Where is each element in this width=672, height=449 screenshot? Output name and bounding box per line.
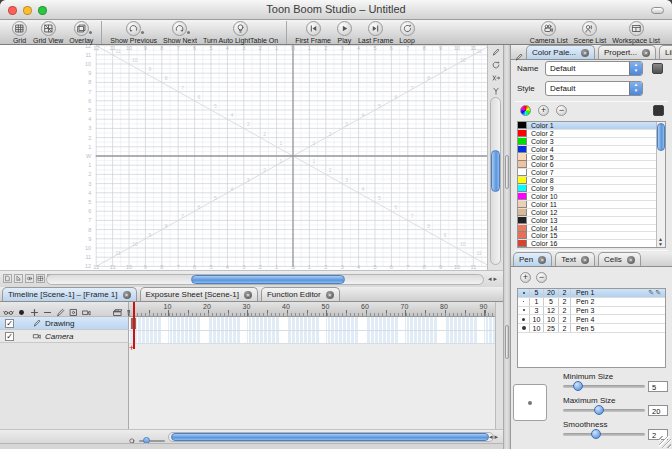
onion-icon[interactable] — [25, 274, 34, 283]
close-tab-icon[interactable]: × — [627, 256, 635, 264]
add-color-button[interactable]: + — [538, 105, 549, 116]
pen-edit-icons[interactable]: ✎✎ — [648, 289, 662, 297]
glasses-icon[interactable] — [3, 304, 14, 315]
color-row-color-9[interactable]: Color 9 — [518, 185, 665, 193]
palette-style-dropdown[interactable]: Default ▲▼ — [545, 81, 643, 96]
current-color-swatch[interactable] — [653, 105, 664, 116]
color-row-color-11[interactable]: Color 11 — [518, 201, 665, 209]
color-row-color-13[interactable]: Color 13 — [518, 217, 665, 225]
rotate-icon[interactable] — [489, 59, 503, 71]
remove-pen-button[interactable]: − — [536, 272, 547, 283]
close-tab-icon[interactable]: × — [123, 291, 131, 299]
close-tab-icon[interactable]: × — [326, 291, 334, 299]
color-row-color-4[interactable]: Color 4 — [518, 146, 665, 154]
pen-panel-tab-pen[interactable]: Pen× — [513, 252, 552, 266]
grid-mini-icon[interactable] — [36, 274, 45, 283]
toolbar-button-grid[interactable]: Grid — [12, 21, 27, 44]
toolbar-button-camera-list[interactable]: Camera List — [530, 21, 568, 44]
add-drawing-icon[interactable] — [55, 304, 66, 315]
timeline-ruler[interactable]: 102030405060708090 — [129, 302, 495, 317]
toolbar-button-overlay[interactable]: Overlay — [69, 21, 93, 44]
color-row-color-8[interactable]: Color 8 — [518, 177, 665, 185]
slider-thumb[interactable] — [594, 405, 604, 415]
dropdown-stepper-icon[interactable]: ▲▼ — [629, 62, 642, 75]
layer-checkbox[interactable]: ✓ — [5, 332, 14, 341]
color-list-scrollbar[interactable]: ▲▼ — [656, 122, 665, 247]
layer-checkbox[interactable]: ✓ — [5, 319, 14, 328]
toolbar-button-show-previous[interactable]: Show Previous — [110, 21, 157, 44]
dropdown-stepper-icon[interactable]: ▲▼ — [629, 82, 642, 95]
color-row-color-7[interactable]: Color 7 — [518, 169, 665, 177]
remove-color-button[interactable]: − — [556, 105, 567, 116]
slider-thumb[interactable] — [591, 429, 601, 439]
toolbar-button-play[interactable]: Play — [337, 21, 352, 44]
close-tab-icon[interactable]: × — [642, 49, 650, 57]
pen-row-pen-1[interactable]: 5202Pen 1✎✎ — [518, 289, 665, 298]
close-tab-icon[interactable]: × — [581, 256, 589, 264]
close-tab-icon[interactable]: × — [538, 256, 546, 264]
plus-icon[interactable] — [29, 304, 40, 315]
timeline-tab-function-editor[interactable]: Function Editor× — [261, 287, 340, 301]
color-row-color-10[interactable]: Color 10 — [518, 193, 665, 201]
color-panel-tab-color-pale[interactable]: Color Pale...× — [526, 45, 595, 59]
pen-row-pen-3[interactable]: 3122Pen 3 — [518, 307, 665, 316]
layer-row-drawing[interactable]: ✓Drawing — [0, 317, 129, 330]
add-pen-button[interactable]: + — [520, 272, 531, 283]
palette-menu-button[interactable] — [652, 63, 663, 74]
close-tab-icon[interactable]: × — [581, 49, 589, 57]
toolbar-button-last-frame[interactable]: Last Frame — [358, 21, 393, 44]
timeline-tab-exposure-sheet-scene-1[interactable]: Exposure Sheet [Scene-1]× — [140, 287, 258, 301]
toolbar-button-scene-list[interactable]: Scene List — [574, 21, 607, 44]
record-icon[interactable] — [16, 304, 27, 315]
color-row-color-1[interactable]: Color 1 — [518, 122, 665, 130]
toolbar-button-show-next[interactable]: Show Next — [163, 21, 197, 44]
pen-panel-tab-cells[interactable]: Cells× — [598, 252, 641, 266]
pen-row-pen-4[interactable]: 10102Pen 4 — [518, 315, 665, 324]
color-row-color-2[interactable]: Color 2 — [518, 130, 665, 138]
drawing-canvas[interactable]: NSW1111111111222222222233333333334444444… — [0, 45, 487, 270]
resize-grip[interactable] — [659, 436, 671, 448]
toolbar-button-loop[interactable]: Loop — [399, 21, 415, 44]
timeline-scroll-arrows[interactable]: ◂▸ — [489, 433, 500, 441]
color-list-scroll-arrows[interactable]: ▲▼ — [656, 237, 665, 247]
pen-row-pen-5[interactable]: 10252Pen 5 — [518, 324, 665, 333]
close-tab-icon[interactable]: × — [244, 291, 252, 299]
toolbar-toggle-button[interactable] — [651, 7, 664, 14]
color-row-color-14[interactable]: Color 14 — [518, 225, 665, 233]
doc-icon[interactable] — [3, 274, 12, 283]
color-row-color-12[interactable]: Color 12 — [518, 209, 665, 217]
toolbar-button-workspace-list[interactable]: Workspace List — [612, 21, 660, 44]
x-axis-icon[interactable] — [489, 72, 503, 84]
splitter-handle[interactable] — [505, 155, 509, 189]
title-bar[interactable]: Toon Boom Studio – Untitled — [0, 0, 672, 20]
maximum-size-value[interactable]: 20 — [648, 405, 668, 416]
cursor-icon[interactable] — [14, 274, 23, 283]
add-camera-icon[interactable] — [81, 304, 92, 315]
pen-panel-tab-text[interactable]: Text× — [555, 252, 595, 266]
timeline-tab-timeline-scene-1-frame-1[interactable]: Timeline [Scene-1] – [Frame 1]× — [2, 287, 137, 301]
color-list-scrollbar-thumb[interactable] — [657, 123, 665, 151]
canvas-horizontal-scrollbar-thumb[interactable] — [191, 275, 345, 284]
pencil-icon[interactable] — [489, 46, 503, 58]
canvas-horizontal-scrollbar[interactable] — [46, 274, 484, 285]
clapper-icon[interactable] — [112, 304, 123, 315]
timeline-horizontal-scrollbar[interactable] — [168, 432, 494, 442]
splitter-handle[interactable] — [505, 325, 509, 359]
color-list[interactable]: Color 1Color 2Color 3Color 4Color 5Color… — [517, 121, 666, 248]
toolbar-button-grid-view[interactable]: Grid View — [33, 21, 63, 44]
color-row-color-3[interactable]: Color 3 — [518, 138, 665, 146]
pen-row-pen-2[interactable]: 152Pen 2 — [518, 298, 665, 307]
toolbar-button-first-frame[interactable]: First Frame — [295, 21, 331, 44]
pen-list[interactable]: 5202Pen 1✎✎152Pen 23122Pen 310102Pen 410… — [517, 288, 666, 368]
color-row-color-16[interactable]: Color 16 — [518, 240, 665, 248]
canvas-vertical-scrollbar-thumb[interactable] — [491, 150, 500, 192]
slider-thumb[interactable] — [573, 381, 583, 391]
timeline-zoom-slider[interactable] — [139, 440, 165, 442]
minimum-size-slider[interactable] — [563, 385, 645, 388]
minimum-size-value[interactable]: 5 — [648, 381, 668, 392]
color-panel-tab-propert[interactable]: Propert...× — [598, 45, 656, 59]
color-wheel-icon[interactable] — [520, 105, 531, 116]
palette-name-dropdown[interactable]: Default ▲▼ — [545, 61, 643, 76]
color-row-color-6[interactable]: Color 6 — [518, 161, 665, 169]
canvas-scroll-arrows[interactable]: ◂▸ — [488, 275, 499, 283]
